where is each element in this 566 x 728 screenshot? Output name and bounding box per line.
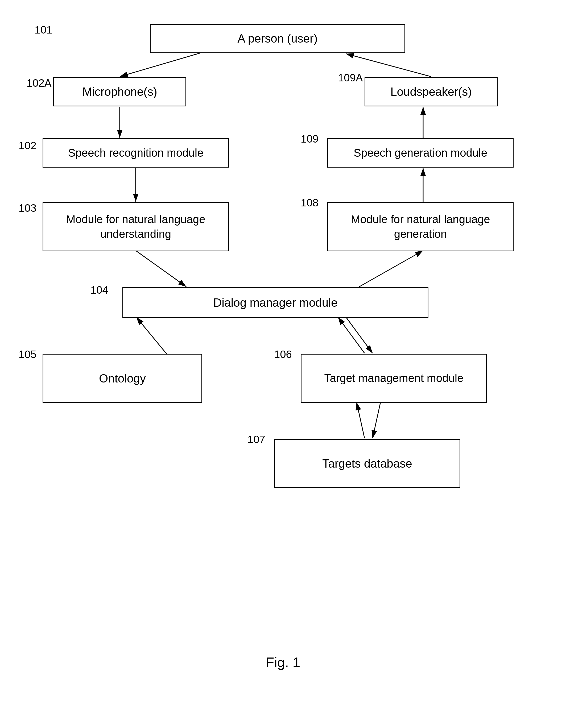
- caption-text: Fig. 1: [265, 655, 300, 670]
- label-102: 102: [19, 140, 36, 152]
- label-103: 103: [19, 202, 36, 214]
- nlu-label: Module for natural language understandin…: [46, 212, 225, 241]
- speech-recognition-label: Speech recognition module: [68, 147, 203, 159]
- microphone-label: Microphone(s): [82, 85, 157, 98]
- targets-database-label: Targets database: [322, 457, 412, 470]
- figure-caption: Fig. 1: [0, 654, 566, 670]
- svg-line-13: [373, 402, 381, 438]
- label-109a: 109A: [338, 72, 363, 84]
- person-box: A person (user): [150, 24, 405, 53]
- target-management-box: Target management module: [301, 354, 487, 403]
- ontology-box: Ontology: [43, 354, 202, 403]
- ontology-label: Ontology: [99, 372, 146, 385]
- label-107: 107: [247, 434, 265, 446]
- label-102a: 102A: [27, 77, 51, 89]
- person-label: A person (user): [237, 32, 318, 45]
- svg-line-8: [136, 251, 186, 287]
- diagram: A person (user) 101 Microphone(s) 102A L…: [0, 0, 566, 692]
- dialog-manager-label: Dialog manager module: [213, 296, 338, 309]
- label-101: 101: [35, 24, 52, 36]
- target-management-label: Target management module: [325, 371, 464, 386]
- dialog-manager-box: Dialog manager module: [122, 287, 429, 318]
- microphone-box: Microphone(s): [53, 77, 186, 106]
- speech-generation-box: Speech generation module: [327, 138, 514, 168]
- svg-line-2: [120, 53, 199, 77]
- speech-generation-label: Speech generation module: [354, 147, 487, 159]
- svg-line-14: [357, 402, 365, 438]
- svg-line-10: [346, 317, 373, 353]
- nlg-box: Module for natural language generation: [327, 202, 514, 251]
- nlu-box: Module for natural language understandin…: [43, 202, 229, 251]
- targets-database-box: Targets database: [274, 439, 460, 488]
- svg-line-11: [338, 317, 365, 353]
- label-109: 109: [301, 133, 319, 145]
- svg-line-9: [359, 251, 423, 287]
- loudspeaker-label: Loudspeaker(s): [390, 85, 472, 98]
- label-105: 105: [19, 348, 36, 360]
- nlg-label: Module for natural language generation: [331, 212, 510, 241]
- label-104: 104: [90, 284, 108, 296]
- label-106: 106: [274, 348, 292, 360]
- loudspeaker-box: Loudspeaker(s): [365, 77, 498, 106]
- label-108: 108: [301, 197, 319, 209]
- speech-recognition-box: Speech recognition module: [43, 138, 229, 168]
